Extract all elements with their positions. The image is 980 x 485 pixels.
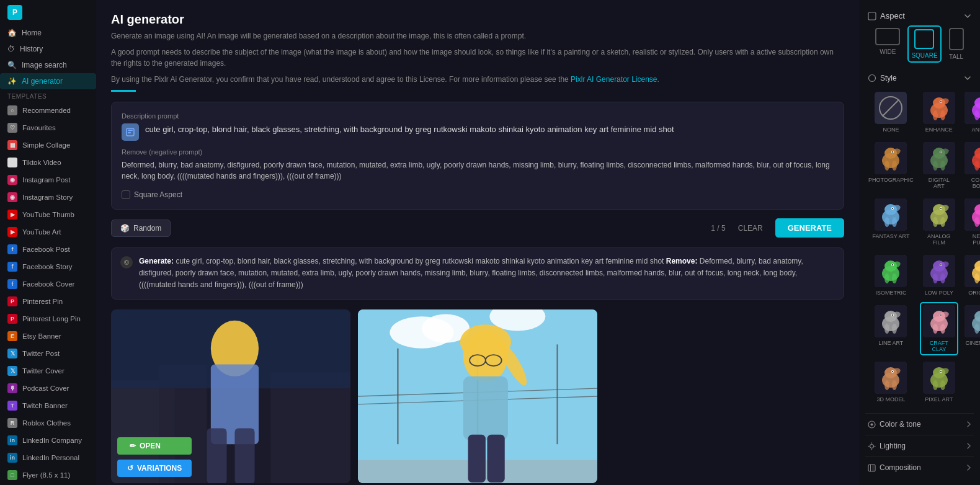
negative-text[interactable]: Deformed, blurry, bad anatomy, disfigure… [122,159,834,182]
svg-point-40 [940,110,945,120]
sidebar-item-simple-collage[interactable]: ▦Simple Collage [0,136,96,154]
lighting-chevron-icon [966,442,971,450]
sidebar-item-flyer[interactable]: □Flyer (8.5 x 11) [0,466,96,484]
style-item-fantasy-art[interactable]: FANTASY ART [865,195,917,249]
lighting-label: Lighting [880,442,906,450]
page-indicator: 1 / 5 [711,224,725,233]
sidebar-item-pinterest-pin[interactable]: PPinterest Pin [0,293,96,310]
sidebar-item-youtube-thumb[interactable]: ▶YouTube Thumb [0,206,96,223]
style-item-isometric[interactable]: ISOMETRIC [865,252,917,299]
right-panel: Aspect WIDE SQUARE TALL Style NONE [859,0,980,485]
aspect-section-header[interactable]: Aspect [865,6,974,25]
sidebar-item-linkedin-personal[interactable]: inLinkedIn Personal [0,449,96,466]
aspect-tall-button[interactable]: TALL [947,25,966,63]
style-item-analog-film[interactable]: ANALOG FILM [920,195,958,249]
svg-point-175 [940,380,945,390]
sidebar-item-roblox-clothes[interactable]: RRoblox Clothes [0,414,96,432]
sidebar-item-home[interactable]: 🏠 Home [0,25,96,41]
style-thumb-low-poly [923,255,955,287]
log-generate-content: cute girl, crop-top, blond hair, black g… [176,257,666,265]
sidebar-item-twitter-post[interactable]: 𝕏Twitter Post [0,345,96,362]
sidebar-item-instagram-post[interactable]: ◉Instagram Post [0,171,96,189]
sidebar-item-ai-generator[interactable]: ✨ AI generator [0,73,96,89]
color-tone-row[interactable]: Color & tone [865,413,974,435]
license-link[interactable]: Pixlr AI Generator License [571,75,657,84]
aspect-square-label: SQUARE [911,52,937,59]
random-button[interactable]: 🎲 Random [111,220,171,237]
sidebar-item-recommended[interactable]: ○Recommended [0,102,96,119]
facebook-story-icon: f [7,262,17,272]
open-button-1[interactable]: ✏ OPEN [117,437,192,455]
variations-button-1[interactable]: ↺ VARIATIONS [117,460,192,477]
sidebar-item-youtube-art[interactable]: ▶YouTube Art [0,223,96,241]
lighting-left: Lighting [868,442,906,450]
composition-row[interactable]: Composition [865,456,974,478]
svg-point-66 [933,161,938,171]
aspect-icon [868,12,876,20]
style-item-photographic[interactable]: PHOTOGRAPHIC [865,139,917,192]
sidebar-item-history[interactable]: ⏱ History [0,41,96,57]
style-item-neon-punk[interactable]: NEON PUNK [961,195,980,249]
svg-point-91 [940,208,942,209]
instagram-story-icon: ◉ [7,192,17,202]
clear-button[interactable]: CLEAR [732,220,769,236]
sidebar-item-facebook-post[interactable]: fFacebook Post [0,241,96,258]
image-card-1[interactable]: ✏ OPEN ↺ VARIATIONS [111,309,350,483]
style-item-origami[interactable]: ORIGAMI [961,252,980,299]
sidebar-item-facebook-cover[interactable]: fFacebook Cover [0,275,96,293]
svg-rect-6 [270,372,350,483]
sidebar-item-twitch-banner[interactable]: TTwitch Banner [0,397,96,414]
log-text: Generate: cute girl, crop-top, blond hai… [139,256,835,291]
svg-point-84 [884,217,889,227]
style-item-enhance[interactable]: ENHANCE [920,89,958,136]
style-thumb-craft-clay [923,305,955,337]
style-label-digital-art: DIGITAL ART [923,177,955,189]
style-label-analog-film: ANALOG FILM [923,233,955,246]
composition-icon [868,464,876,472]
sidebar-item-twitter-cover[interactable]: 𝕏Twitter Cover [0,362,96,380]
sidebar-item-etsy-banner[interactable]: EEtsy Banner [0,327,96,345]
sidebar-item-instagram-story[interactable]: ◉Instagram Story [0,189,96,206]
instagram-post-icon: ◉ [7,175,17,185]
roblox-clothes-icon: R [7,418,17,428]
svg-point-111 [884,274,889,283]
style-thumb-analog-film [923,198,955,231]
pinterest-long-pin-label: Pinterest Long Pin [22,315,81,323]
style-item-anime[interactable]: ANIME [961,89,980,136]
style-item-line-art[interactable]: LINE ART [865,302,917,355]
square-aspect-checkbox[interactable] [122,190,130,199]
style-item-comic-book[interactable]: COMIC BOOK [961,139,980,192]
logo[interactable]: P [0,0,96,25]
image-card-2[interactable] [358,309,597,483]
sidebar-item-tiktok-video[interactable]: ♪Tiktok Video [0,154,96,171]
style-item-low-poly[interactable]: LOW POLY [920,252,958,299]
style-item-pixel-art[interactable]: PIXEL ART [920,358,958,406]
pinterest-pin-label: Pinterest Pin [22,298,63,305]
aspect-square-button[interactable]: SQUARE [907,25,941,63]
linkedin-personal-label: LinkedIn Personal [22,454,79,461]
prompt-text[interactable]: cute girl, crop-top, blond hair, black g… [145,123,834,136]
aspect-wide-shape [875,28,900,45]
style-item-cinematic[interactable]: CINEMATIC [961,302,980,355]
sidebar-item-favourites[interactable]: ♡Favourites [0,119,96,136]
style-section-label[interactable]: Style [865,71,974,85]
aspect-wide-button[interactable]: WIDE [873,25,902,63]
image-overlay-1: ✏ OPEN ↺ VARIATIONS [117,437,192,477]
lighting-row[interactable]: Lighting [865,435,974,456]
generate-button[interactable]: GENERATE [775,218,844,238]
sidebar-item-facebook-story[interactable]: fFacebook Story [0,258,96,275]
sidebar-item-image-search[interactable]: 🔍 Image search [0,57,96,73]
sidebar-item-linkedin-company[interactable]: inLinkedIn Company [0,432,96,449]
style-item-digital-art[interactable]: DIGITAL ART [920,139,958,192]
style-thumb-cinematic [964,305,980,337]
style-item-none[interactable]: NONE [865,89,917,136]
svg-point-120 [933,274,938,283]
sidebar-item-pinterest-long-pin[interactable]: PPinterest Long Pin [0,310,96,327]
style-thumb-3d-model [875,362,907,394]
svg-rect-11 [234,428,254,483]
sidebar-item-podcast-cover[interactable]: 🎙Podcast Cover [0,380,96,397]
svg-point-138 [884,324,889,334]
style-item-3d-model[interactable]: 3D MODEL [865,358,917,406]
log-icon: © [120,256,133,269]
style-item-craft-clay[interactable]: CRAFT CLAY [920,302,958,355]
